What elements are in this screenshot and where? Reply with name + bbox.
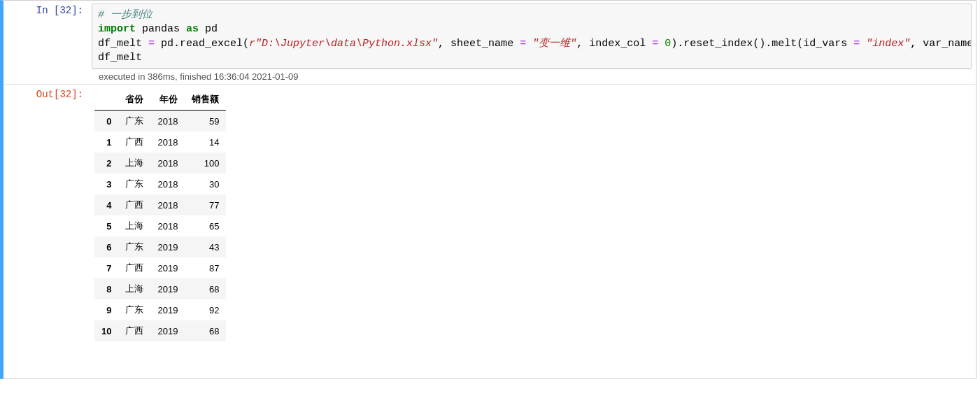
- cell: 2019: [150, 257, 185, 278]
- table-row: 1广西201814: [94, 132, 226, 152]
- code-scroll[interactable]: # 一步到位 import pandas as pd df_melt = pd.…: [92, 4, 971, 68]
- dataframe-table: 省份 年份 销售额 0广东2018591广西2018142上海20181003广…: [94, 89, 226, 341]
- cell: 14: [185, 132, 226, 152]
- code-wrap: # 一步到位 import pandas as pd df_melt = pd.…: [87, 1, 976, 84]
- code-text: pd: [199, 23, 218, 35]
- cell: 2018: [150, 132, 185, 152]
- cell: 2018: [150, 173, 185, 194]
- cell: 2018: [150, 215, 185, 236]
- code-text: , sheet_name: [438, 38, 520, 50]
- cell: 59: [185, 111, 226, 132]
- table-row: 7广西201987: [94, 257, 226, 278]
- cell: 广东: [118, 173, 150, 194]
- cell: 68: [185, 278, 226, 299]
- code-text: ).reset_index().melt(id_vars: [671, 38, 853, 50]
- cell: 2019: [150, 320, 185, 341]
- code-keyword: import: [98, 23, 136, 35]
- row-index: 1: [94, 132, 118, 152]
- table-header-row: 省份 年份 销售额: [94, 89, 226, 111]
- code-text: df_melt: [98, 38, 148, 50]
- cell: 广东: [118, 111, 150, 132]
- code-text: , var_name: [910, 38, 971, 50]
- cell: 2018: [150, 194, 185, 215]
- code-text: df_melt: [98, 52, 142, 64]
- execution-status: executed in 386ms, finished 16:36:04 202…: [92, 69, 972, 84]
- code-comment: # 一步到位: [98, 9, 152, 21]
- row-index: 10: [94, 320, 118, 341]
- row-index: 3: [94, 173, 118, 194]
- code-box: # 一步到位 import pandas as pd df_melt = pd.…: [92, 3, 972, 69]
- code-operator: =: [148, 38, 155, 50]
- code-text: [526, 38, 532, 50]
- cell: 广西: [118, 132, 150, 152]
- cell: 广东: [118, 299, 150, 320]
- row-index: 6: [94, 236, 118, 257]
- input-area: In [32]: # 一步到位 import pandas as pd df_m…: [3, 1, 976, 84]
- table-row: 4广西201877: [94, 194, 226, 215]
- table-row: 5上海201865: [94, 215, 226, 236]
- cell: 上海: [118, 278, 150, 299]
- cell: 上海: [118, 152, 150, 173]
- cell: 广东: [118, 236, 150, 257]
- input-prompt: In [32]:: [3, 1, 87, 16]
- cell: 广西: [118, 320, 150, 341]
- code-operator: =: [652, 38, 658, 50]
- code-text: pandas: [136, 23, 186, 35]
- cell: 92: [185, 299, 226, 320]
- cell: 广西: [118, 257, 150, 278]
- code-string: "index": [866, 38, 910, 50]
- cell: 43: [185, 236, 226, 257]
- col-header: 省份: [118, 89, 150, 111]
- code-text: , index_col: [576, 38, 652, 50]
- code-operator: =: [853, 38, 860, 50]
- row-index: 2: [94, 152, 118, 173]
- output-body: 省份 年份 销售额 0广东2018591广西2018142上海20181003广…: [87, 85, 976, 346]
- cell: 87: [185, 257, 226, 278]
- table-row: 2上海2018100: [94, 152, 226, 173]
- code-operator: =: [520, 38, 526, 50]
- cell: 77: [185, 194, 226, 215]
- row-index: 0: [94, 111, 118, 132]
- code-text: [658, 38, 665, 50]
- table-row: 6广东201943: [94, 236, 226, 257]
- table-body: 0广东2018591广西2018142上海20181003广东2018304广西…: [94, 111, 226, 342]
- index-header: [94, 89, 118, 111]
- cell: 65: [185, 215, 226, 236]
- cell: 2019: [150, 278, 185, 299]
- cell: 上海: [118, 215, 150, 236]
- code-keyword: as: [186, 23, 199, 35]
- cell: 2018: [150, 152, 185, 173]
- table-row: 0广东201859: [94, 111, 226, 132]
- notebook-cell: In [32]: # 一步到位 import pandas as pd df_m…: [0, 0, 977, 379]
- table-row: 10广西201968: [94, 320, 226, 341]
- row-index: 8: [94, 278, 118, 299]
- table-row: 9广东201992: [94, 299, 226, 320]
- code-text: pd.read_excel(: [155, 38, 249, 50]
- cell: 2018: [150, 111, 185, 132]
- code-number: 0: [665, 38, 671, 50]
- code-string: r"D:\Jupyter\data\Python.xlsx": [249, 38, 438, 50]
- col-header: 年份: [150, 89, 185, 111]
- cell: 2019: [150, 299, 185, 320]
- table-head: 省份 年份 销售额: [94, 89, 226, 111]
- cell: 广西: [118, 194, 150, 215]
- row-index: 5: [94, 215, 118, 236]
- col-header: 销售额: [185, 89, 226, 111]
- output-area[interactable]: Out[32]: 省份 年份 销售额 0广东2018591广西2018142上海…: [3, 84, 976, 378]
- table-row: 3广东201830: [94, 173, 226, 194]
- row-index: 4: [94, 194, 118, 215]
- cell: 100: [185, 152, 226, 173]
- code-editor[interactable]: # 一步到位 import pandas as pd df_melt = pd.…: [92, 4, 971, 68]
- cell: 2019: [150, 236, 185, 257]
- code-string: "变一维": [532, 38, 576, 50]
- table-row: 8上海201968: [94, 278, 226, 299]
- output-prompt: Out[32]:: [3, 85, 87, 100]
- row-index: 7: [94, 257, 118, 278]
- code-text: [860, 38, 866, 50]
- cell: 68: [185, 320, 226, 341]
- cell: 30: [185, 173, 226, 194]
- row-index: 9: [94, 299, 118, 320]
